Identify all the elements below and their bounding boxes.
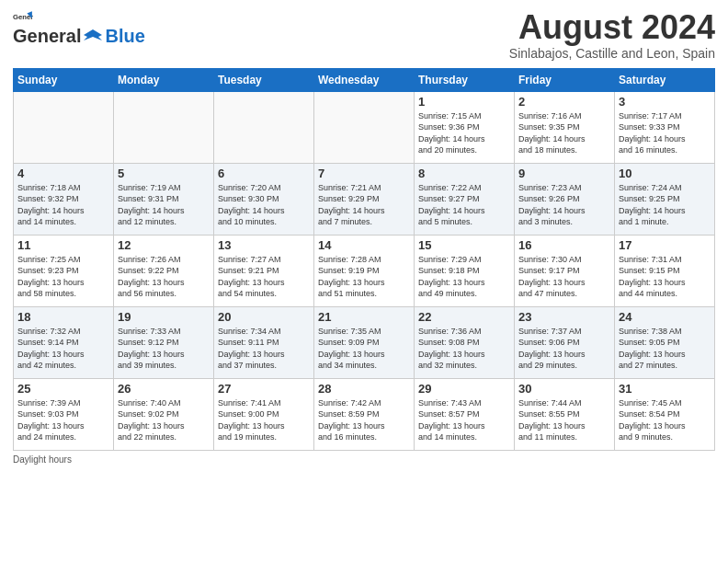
day-info: Sunrise: 7:30 AM Sunset: 9:17 PM Dayligh… bbox=[518, 254, 610, 300]
day-number: 29 bbox=[418, 382, 510, 396]
day-info: Sunrise: 7:16 AM Sunset: 9:35 PM Dayligh… bbox=[518, 110, 610, 156]
day-info: Sunrise: 7:18 AM Sunset: 9:32 PM Dayligh… bbox=[17, 182, 109, 228]
calendar-cell: 2Sunrise: 7:16 AM Sunset: 9:35 PM Daylig… bbox=[515, 91, 615, 163]
day-info: Sunrise: 7:15 AM Sunset: 9:36 PM Dayligh… bbox=[418, 110, 510, 156]
day-info: Sunrise: 7:29 AM Sunset: 9:18 PM Dayligh… bbox=[418, 254, 510, 300]
day-info: Sunrise: 7:23 AM Sunset: 9:26 PM Dayligh… bbox=[518, 182, 610, 228]
day-info: Sunrise: 7:17 AM Sunset: 9:33 PM Dayligh… bbox=[619, 110, 711, 156]
calendar-cell bbox=[14, 91, 114, 163]
calendar-cell: 14Sunrise: 7:28 AM Sunset: 9:19 PM Dayli… bbox=[314, 235, 415, 306]
calendar-cell: 7Sunrise: 7:21 AM Sunset: 9:29 PM Daylig… bbox=[314, 163, 415, 235]
calendar-header-saturday: Saturday bbox=[615, 68, 715, 91]
day-number: 1 bbox=[418, 95, 510, 109]
calendar-header-thursday: Thursday bbox=[415, 68, 515, 91]
day-info: Sunrise: 7:34 AM Sunset: 9:11 PM Dayligh… bbox=[218, 326, 310, 372]
calendar-cell: 4Sunrise: 7:18 AM Sunset: 9:32 PM Daylig… bbox=[14, 163, 114, 235]
day-number: 26 bbox=[118, 382, 210, 396]
day-number: 4 bbox=[17, 167, 109, 180]
day-number: 23 bbox=[518, 310, 610, 324]
calendar-cell: 21Sunrise: 7:35 AM Sunset: 9:09 PM Dayli… bbox=[314, 306, 415, 378]
calendar-cell: 27Sunrise: 7:41 AM Sunset: 9:00 PM Dayli… bbox=[214, 378, 314, 450]
day-number: 16 bbox=[518, 238, 610, 252]
day-number: 8 bbox=[418, 167, 510, 180]
day-info: Sunrise: 7:31 AM Sunset: 9:15 PM Dayligh… bbox=[619, 254, 711, 300]
calendar-cell: 28Sunrise: 7:42 AM Sunset: 8:59 PM Dayli… bbox=[314, 378, 415, 450]
calendar-cell: 11Sunrise: 7:25 AM Sunset: 9:23 PM Dayli… bbox=[14, 235, 114, 306]
day-number: 30 bbox=[518, 382, 610, 396]
calendar-cell: 15Sunrise: 7:29 AM Sunset: 9:18 PM Dayli… bbox=[415, 235, 515, 306]
calendar-cell: 18Sunrise: 7:32 AM Sunset: 9:14 PM Dayli… bbox=[14, 306, 114, 378]
day-number: 2 bbox=[518, 95, 610, 109]
calendar-cell bbox=[314, 91, 415, 163]
day-info: Sunrise: 7:44 AM Sunset: 8:55 PM Dayligh… bbox=[518, 397, 610, 443]
day-info: Sunrise: 7:21 AM Sunset: 9:29 PM Dayligh… bbox=[318, 182, 410, 228]
day-number: 6 bbox=[218, 167, 310, 180]
day-number: 27 bbox=[218, 382, 310, 396]
calendar-cell: 6Sunrise: 7:20 AM Sunset: 9:30 PM Daylig… bbox=[214, 163, 314, 235]
day-info: Sunrise: 7:39 AM Sunset: 9:03 PM Dayligh… bbox=[17, 397, 109, 443]
day-info: Sunrise: 7:42 AM Sunset: 8:59 PM Dayligh… bbox=[318, 397, 410, 443]
calendar-cell: 10Sunrise: 7:24 AM Sunset: 9:25 PM Dayli… bbox=[615, 163, 715, 235]
day-info: Sunrise: 7:40 AM Sunset: 9:02 PM Dayligh… bbox=[118, 397, 210, 443]
calendar-cell: 13Sunrise: 7:27 AM Sunset: 9:21 PM Dayli… bbox=[214, 235, 314, 306]
calendar-cell: 23Sunrise: 7:37 AM Sunset: 9:06 PM Dayli… bbox=[515, 306, 615, 378]
day-info: Sunrise: 7:22 AM Sunset: 9:27 PM Dayligh… bbox=[418, 182, 510, 228]
day-info: Sunrise: 7:28 AM Sunset: 9:19 PM Dayligh… bbox=[318, 254, 410, 300]
day-number: 28 bbox=[318, 382, 410, 396]
day-number: 5 bbox=[118, 167, 210, 180]
day-info: Sunrise: 7:45 AM Sunset: 8:54 PM Dayligh… bbox=[619, 397, 711, 443]
calendar-cell: 31Sunrise: 7:45 AM Sunset: 8:54 PM Dayli… bbox=[615, 378, 715, 450]
calendar-cell bbox=[114, 91, 214, 163]
day-info: Sunrise: 7:19 AM Sunset: 9:31 PM Dayligh… bbox=[118, 182, 210, 228]
day-info: Sunrise: 7:27 AM Sunset: 9:21 PM Dayligh… bbox=[218, 254, 310, 300]
calendar-cell: 29Sunrise: 7:43 AM Sunset: 8:57 PM Dayli… bbox=[415, 378, 515, 450]
day-number: 11 bbox=[17, 238, 109, 252]
page-subtitle: Sinlabajos, Castille and Leon, Spain bbox=[509, 46, 715, 61]
day-info: Sunrise: 7:38 AM Sunset: 9:05 PM Dayligh… bbox=[619, 326, 711, 372]
day-info: Sunrise: 7:20 AM Sunset: 9:30 PM Dayligh… bbox=[218, 182, 310, 228]
day-number: 12 bbox=[118, 238, 210, 252]
logo-text-blue: Blue bbox=[105, 26, 144, 47]
day-number: 7 bbox=[318, 167, 410, 180]
calendar-cell: 5Sunrise: 7:19 AM Sunset: 9:31 PM Daylig… bbox=[114, 163, 214, 235]
calendar-cell: 3Sunrise: 7:17 AM Sunset: 9:33 PM Daylig… bbox=[615, 91, 715, 163]
logo-bird-icon bbox=[82, 28, 104, 46]
day-number: 19 bbox=[118, 310, 210, 324]
day-info: Sunrise: 7:26 AM Sunset: 9:22 PM Dayligh… bbox=[118, 254, 210, 300]
day-number: 3 bbox=[619, 95, 711, 109]
day-info: Sunrise: 7:43 AM Sunset: 8:57 PM Dayligh… bbox=[418, 397, 510, 443]
day-info: Sunrise: 7:35 AM Sunset: 9:09 PM Dayligh… bbox=[318, 326, 410, 372]
day-number: 13 bbox=[218, 238, 310, 252]
logo: General General Blue bbox=[13, 9, 145, 47]
logo-text-general: General bbox=[13, 26, 81, 47]
day-number: 15 bbox=[418, 238, 510, 252]
calendar-cell: 30Sunrise: 7:44 AM Sunset: 8:55 PM Dayli… bbox=[515, 378, 615, 450]
calendar-cell: 9Sunrise: 7:23 AM Sunset: 9:26 PM Daylig… bbox=[515, 163, 615, 235]
day-info: Sunrise: 7:32 AM Sunset: 9:14 PM Dayligh… bbox=[17, 326, 109, 372]
calendar-cell: 22Sunrise: 7:36 AM Sunset: 9:08 PM Dayli… bbox=[415, 306, 515, 378]
title-area: August 2024 Sinlabajos, Castille and Leo… bbox=[509, 9, 715, 61]
day-number: 24 bbox=[619, 310, 711, 324]
day-number: 17 bbox=[619, 238, 711, 252]
day-info: Sunrise: 7:41 AM Sunset: 9:00 PM Dayligh… bbox=[218, 397, 310, 443]
calendar-cell: 24Sunrise: 7:38 AM Sunset: 9:05 PM Dayli… bbox=[615, 306, 715, 378]
calendar-header-wednesday: Wednesday bbox=[314, 68, 415, 91]
page-title: August 2024 bbox=[509, 9, 715, 46]
day-number: 31 bbox=[619, 382, 711, 396]
calendar-cell: 19Sunrise: 7:33 AM Sunset: 9:12 PM Dayli… bbox=[114, 306, 214, 378]
day-number: 22 bbox=[418, 310, 510, 324]
day-info: Sunrise: 7:36 AM Sunset: 9:08 PM Dayligh… bbox=[418, 326, 510, 372]
calendar-cell: 25Sunrise: 7:39 AM Sunset: 9:03 PM Dayli… bbox=[14, 378, 114, 450]
calendar-cell: 12Sunrise: 7:26 AM Sunset: 9:22 PM Dayli… bbox=[114, 235, 214, 306]
day-number: 18 bbox=[17, 310, 109, 324]
calendar-cell bbox=[214, 91, 314, 163]
day-info: Sunrise: 7:37 AM Sunset: 9:06 PM Dayligh… bbox=[518, 326, 610, 372]
footer-note: Daylight hours bbox=[13, 454, 715, 465]
day-info: Sunrise: 7:24 AM Sunset: 9:25 PM Dayligh… bbox=[619, 182, 711, 228]
calendar-cell: 1Sunrise: 7:15 AM Sunset: 9:36 PM Daylig… bbox=[415, 91, 515, 163]
day-number: 25 bbox=[17, 382, 109, 396]
day-number: 9 bbox=[518, 167, 610, 180]
day-number: 20 bbox=[218, 310, 310, 324]
day-number: 10 bbox=[619, 167, 711, 180]
calendar-table: SundayMondayTuesdayWednesdayThursdayFrid… bbox=[13, 68, 715, 451]
